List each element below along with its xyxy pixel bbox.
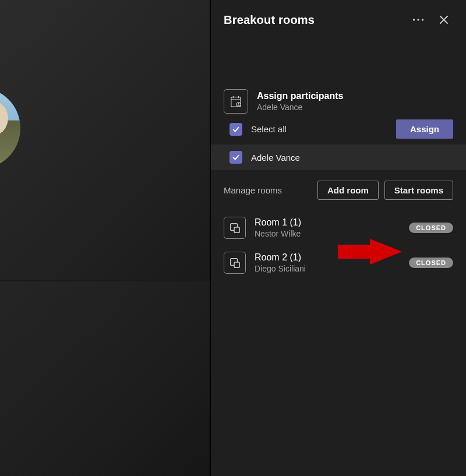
video-tile: [0, 281, 210, 476]
assign-participants-icon: [224, 89, 248, 114]
room-status-badge: CLOSED: [409, 258, 453, 268]
svg-point-8: [238, 103, 239, 104]
add-room-button[interactable]: Add room: [317, 181, 379, 200]
svg-rect-11: [234, 227, 239, 232]
breakout-rooms-panel: Breakout rooms Assign particip: [210, 0, 466, 476]
assign-participants-subtitle: Adele Vance: [257, 103, 453, 112]
assign-participants-header: Assign participants Adele Vance: [211, 89, 466, 114]
room-participant: Diego Siciliani: [255, 264, 400, 273]
assign-participants-title: Assign participants: [257, 91, 453, 101]
avatar: [0, 87, 20, 169]
assign-button[interactable]: Assign: [396, 119, 453, 139]
manage-rooms-row: Manage rooms Add room Start rooms: [211, 170, 466, 210]
select-all-checkbox[interactable]: [230, 123, 242, 136]
manage-rooms-label: Manage rooms: [224, 185, 312, 195]
room-participant: Nestor Wilke: [255, 229, 400, 238]
breakout-room-icon: [224, 252, 246, 274]
panel-title: Breakout rooms: [224, 13, 402, 27]
close-button[interactable]: [435, 10, 453, 29]
room-row[interactable]: Room 2 (1) Diego Siciliani CLOSED: [211, 245, 466, 280]
room-name: Room 2 (1): [255, 252, 400, 263]
participant-row[interactable]: Adele Vance: [211, 144, 466, 170]
select-all-label: Select all: [251, 124, 387, 134]
participant-checkbox[interactable]: [230, 151, 242, 164]
svg-point-0: [413, 19, 415, 20]
svg-point-1: [417, 19, 419, 20]
video-tile: [0, 0, 210, 280]
breakout-room-icon: [224, 217, 246, 239]
room-name: Room 1 (1): [255, 217, 400, 228]
participant-name: Adele Vance: [251, 153, 300, 163]
room-status-badge: CLOSED: [409, 223, 453, 233]
svg-rect-13: [234, 262, 239, 267]
panel-header: Breakout rooms: [211, 0, 466, 34]
video-area: [0, 0, 210, 476]
more-options-button[interactable]: [409, 10, 428, 29]
room-row[interactable]: Room 1 (1) Nestor Wilke CLOSED: [211, 210, 466, 245]
start-rooms-button[interactable]: Start rooms: [384, 181, 453, 200]
svg-point-2: [422, 19, 423, 20]
select-all-row: Select all Assign: [211, 114, 466, 144]
